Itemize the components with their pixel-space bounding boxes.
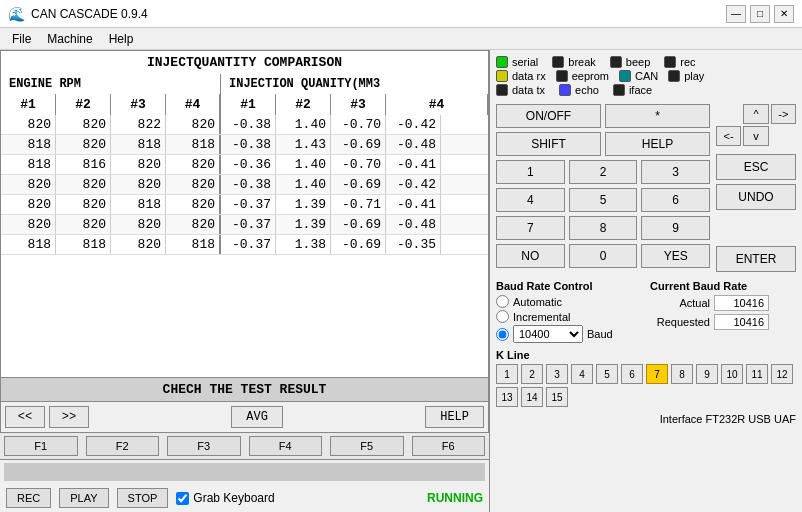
interface-value: FT232R USB UAF [706, 413, 796, 425]
column-group-headers: ENGINE RPM INJECTION QUANITY(MM3 [0, 74, 489, 94]
kline-btn-10[interactable]: 10 [721, 364, 743, 384]
minimize-button[interactable]: — [726, 5, 746, 23]
key-7[interactable]: 7 [496, 216, 565, 240]
kline-btn-3[interactable]: 3 [546, 364, 568, 384]
kline-btn-9[interactable]: 9 [696, 364, 718, 384]
yes-button[interactable]: YES [641, 244, 710, 268]
f1-button[interactable]: F1 [4, 436, 78, 456]
led-eeprom [556, 70, 568, 82]
current-baud-title: Current Baud Rate [650, 280, 796, 292]
key-8[interactable]: 8 [569, 216, 638, 240]
radio-baud-select[interactable] [496, 328, 509, 341]
kline-btn-6[interactable]: 6 [621, 364, 643, 384]
table-row: 818820818818-0.381.43-0.69-0.48 [1, 135, 488, 155]
table-cell: 820 [56, 135, 111, 154]
esc-button[interactable]: ESC [716, 154, 796, 180]
rec-button[interactable]: REC [6, 488, 51, 508]
maximize-button[interactable]: □ [750, 5, 770, 23]
help-keypad-button[interactable]: HELP [605, 132, 710, 156]
menu-bar: File Machine Help [0, 28, 802, 50]
kline-title: K Line [496, 349, 796, 361]
key-6[interactable]: 6 [641, 188, 710, 212]
table-cell: 820 [166, 215, 221, 234]
grab-keyboard-checkbox[interactable] [176, 492, 189, 505]
interface-label: Interface [660, 413, 703, 425]
table-cell: -0.69 [331, 175, 386, 194]
radio-automatic[interactable] [496, 295, 509, 308]
shift-button[interactable]: SHIFT [496, 132, 601, 156]
indicator-datarx: data rx [496, 70, 546, 82]
f3-button[interactable]: F3 [167, 436, 241, 456]
table-cell: 820 [166, 195, 221, 214]
kline-buttons: 123456789101112131415 [496, 364, 796, 407]
next-button[interactable]: >> [49, 406, 89, 428]
table-cell: 818 [1, 155, 56, 174]
nav-left-button[interactable]: <- [716, 126, 741, 146]
key-2[interactable]: 2 [569, 160, 638, 184]
actual-baud-label: Actual [650, 297, 710, 309]
nav-down-button[interactable]: v [743, 126, 768, 146]
radio-incremental[interactable] [496, 310, 509, 323]
table-cell: 1.39 [276, 215, 331, 234]
menu-machine[interactable]: Machine [39, 30, 100, 48]
kline-btn-5[interactable]: 5 [596, 364, 618, 384]
kline-btn-12[interactable]: 12 [771, 364, 793, 384]
enter-button[interactable]: ENTER [716, 246, 796, 272]
play-button[interactable]: PLAY [59, 488, 108, 508]
star-button[interactable]: * [605, 104, 710, 128]
nav-right-button[interactable]: -> [771, 104, 796, 124]
avg-button[interactable]: AVG [231, 406, 283, 428]
key-5[interactable]: 5 [569, 188, 638, 212]
nav-empty-tl [716, 104, 741, 124]
left-panel: INJECTQUANTITY COMPARISON ENGINE RPM INJ… [0, 50, 490, 512]
no-button[interactable]: NO [496, 244, 565, 268]
f2-button[interactable]: F2 [86, 436, 160, 456]
key-1[interactable]: 1 [496, 160, 565, 184]
prev-button[interactable]: << [5, 406, 45, 428]
kline-btn-11[interactable]: 11 [746, 364, 768, 384]
menu-file[interactable]: File [4, 30, 39, 48]
led-rec [664, 56, 676, 68]
table-cell: 820 [166, 175, 221, 194]
kline-btn-1[interactable]: 1 [496, 364, 518, 384]
f4-button[interactable]: F4 [249, 436, 323, 456]
sub-header-e4: #4 [166, 94, 221, 115]
table-cell: -0.42 [386, 175, 441, 194]
menu-help[interactable]: Help [101, 30, 142, 48]
key-3[interactable]: 3 [641, 160, 710, 184]
table-cell: -0.41 [386, 195, 441, 214]
key-9[interactable]: 9 [641, 216, 710, 240]
sub-header-e2: #2 [56, 94, 111, 115]
key-0[interactable]: 0 [569, 244, 638, 268]
f5-button[interactable]: F5 [330, 436, 404, 456]
kline-btn-8[interactable]: 8 [671, 364, 693, 384]
table-cell: -0.37 [221, 195, 276, 214]
kline-btn-7[interactable]: 7 [646, 364, 668, 384]
undo-button[interactable]: UNDO [716, 184, 796, 210]
kline-btn-15[interactable]: 15 [546, 387, 568, 407]
close-button[interactable]: ✕ [774, 5, 794, 23]
table-row: 818818820818-0.371.38-0.69-0.35 [1, 235, 488, 255]
stop-button[interactable]: STOP [117, 488, 169, 508]
table-cell: 816 [56, 155, 111, 174]
help-button-large[interactable]: HELP [425, 406, 484, 428]
nav-up-button[interactable]: ^ [743, 104, 768, 124]
table-cell: -0.70 [331, 115, 386, 134]
led-play [668, 70, 680, 82]
f6-button[interactable]: F6 [412, 436, 486, 456]
kline-btn-13[interactable]: 13 [496, 387, 518, 407]
indicator-play: play [668, 70, 704, 82]
kline-btn-4[interactable]: 4 [571, 364, 593, 384]
table-cell: 820 [1, 175, 56, 194]
baud-dropdown[interactable]: 2400 4800 9600 10400 19200 38400 57600 1… [513, 325, 583, 343]
kline-btn-2[interactable]: 2 [521, 364, 543, 384]
kline-btn-14[interactable]: 14 [521, 387, 543, 407]
sub-header-i1: #1 [221, 94, 276, 115]
onoff-button[interactable]: ON/OFF [496, 104, 601, 128]
key-4[interactable]: 4 [496, 188, 565, 212]
table-cell: 820 [56, 215, 111, 234]
table-cell: 818 [56, 235, 111, 254]
table-cell: 820 [111, 175, 166, 194]
table-cell: 820 [56, 115, 111, 134]
table-cell: 1.43 [276, 135, 331, 154]
